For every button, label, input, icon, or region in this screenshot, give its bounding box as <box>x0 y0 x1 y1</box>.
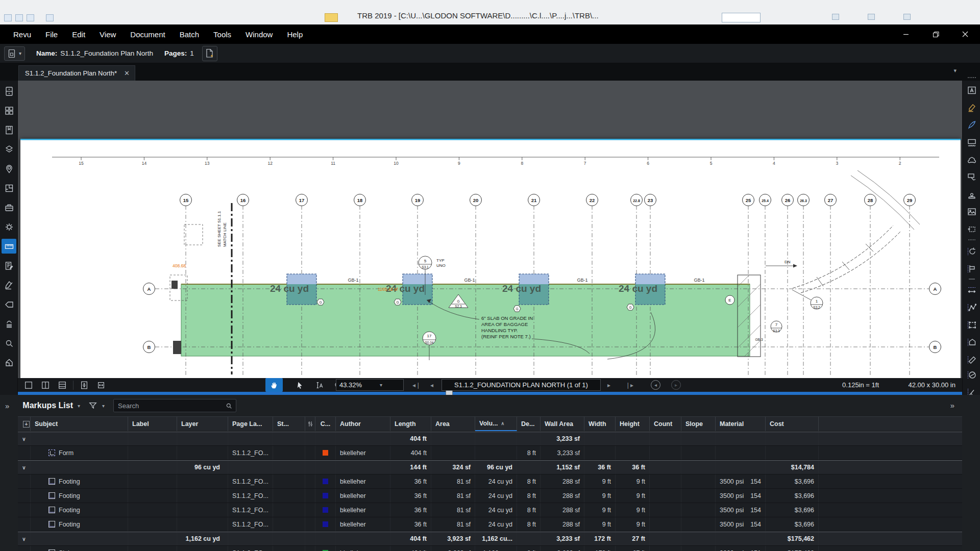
table-row[interactable]: ∨ Footing S1.1.2_FO... bkelleher 36 ft 8… <box>18 517 962 532</box>
text-box-tool-icon[interactable] <box>964 83 979 97</box>
search-input[interactable] <box>114 402 225 410</box>
previous-view-button[interactable]: ◂ <box>651 380 660 390</box>
column-status[interactable]: St... <box>273 417 305 431</box>
collapse-group-icon[interactable]: ∨ <box>22 465 26 470</box>
table-row[interactable]: ∨ Footing S1.1.2_FO... bkelleher 36 ft 8… <box>18 474 962 489</box>
column-depth[interactable]: De... <box>517 417 541 431</box>
table-row[interactable]: ∨ Form S1.1.2_FO... bkelleher 404 ft 8 f… <box>18 446 962 460</box>
fit-page-icon[interactable] <box>78 380 90 391</box>
column-subject[interactable]: Subject <box>31 417 128 431</box>
select-text-button[interactable] <box>313 380 326 391</box>
table-row[interactable]: ∨ 1,162 cu yd 404 ft 3,923 sf 1,162 cu..… <box>18 532 962 546</box>
single-page-view-icon[interactable] <box>22 380 35 391</box>
collapse-panel-icon[interactable]: » <box>950 401 954 410</box>
split-vertical-icon[interactable] <box>39 380 52 391</box>
add-page-button[interactable] <box>202 46 217 61</box>
menu-view[interactable]: View <box>92 24 123 44</box>
table-row[interactable]: ∨ Footing S1.1.2_FO... bkelleher 36 ft 8… <box>18 489 962 503</box>
restore-button[interactable] <box>921 24 950 44</box>
column-layer[interactable]: Layer <box>177 417 228 431</box>
search-icon[interactable] <box>225 402 233 410</box>
measurements-icon[interactable] <box>2 239 16 254</box>
3d-model-icon[interactable] <box>2 355 16 370</box>
expand-panel-icon[interactable]: » <box>5 402 9 410</box>
column-author[interactable]: Author <box>336 417 390 431</box>
image-tool-icon[interactable] <box>964 204 979 219</box>
collapse-group-icon[interactable]: ∨ <box>22 536 26 542</box>
last-page-button[interactable]: ❘▸ <box>625 382 633 389</box>
pan-tool-button[interactable] <box>265 378 283 392</box>
table-row[interactable]: ∨ Footing S1.1.2_FO... bkelleher 36 ft 8… <box>18 503 962 517</box>
minimize-button[interactable] <box>891 24 921 44</box>
page-label-field[interactable]: S1.1.2_FOUNDATION PLAN NORTH (1 of 1) <box>442 379 601 391</box>
places-icon[interactable] <box>2 161 16 176</box>
column-cost[interactable]: Cost <box>766 417 819 431</box>
table-row[interactable]: ∨ Slab S1.1.2_FO... bkelleher 404 ft 3,9… <box>18 546 962 551</box>
menu-edit[interactable]: Edit <box>65 24 92 44</box>
zoom-level-input[interactable]: 43.32% ▾ <box>336 379 404 391</box>
column-label[interactable]: Label <box>128 417 177 431</box>
column-length[interactable]: Length <box>390 417 431 431</box>
area-slant-measure-icon[interactable] <box>964 352 979 367</box>
bookmarks-icon[interactable] <box>2 122 16 137</box>
next-view-button[interactable]: ▸ <box>671 380 681 390</box>
pdf-sheet[interactable]: 15141312111098765432151617181920212222.8… <box>20 139 961 378</box>
expand-all-icon[interactable]: + <box>23 421 30 428</box>
table-row[interactable]: ∨ 404 ft 3,233 sf <box>18 432 962 446</box>
area-measure-icon[interactable] <box>964 335 979 349</box>
column-slope[interactable]: Slope <box>681 417 716 431</box>
tool-chest-icon[interactable] <box>2 200 16 215</box>
document-menu-button[interactable]: ▾ <box>4 46 25 61</box>
close-button[interactable] <box>950 24 980 44</box>
column-count[interactable]: Count <box>650 417 681 431</box>
next-page-button[interactable]: ▸ <box>607 382 610 389</box>
column-height[interactable]: Height <box>616 417 650 431</box>
column-volume[interactable]: Volu...∧ <box>475 417 517 431</box>
markup-summary-icon[interactable] <box>2 258 16 273</box>
collapse-group-icon[interactable]: ∨ <box>22 436 26 442</box>
menu-file[interactable]: File <box>38 24 65 44</box>
first-page-button[interactable]: ◂❘ <box>412 382 421 389</box>
column-width[interactable]: Width <box>584 417 616 431</box>
length-measure-icon[interactable] <box>964 283 979 297</box>
chevron-down-icon[interactable]: ▾ <box>78 403 80 409</box>
stamp-tool-icon[interactable] <box>964 187 979 202</box>
perimeter-measure-icon[interactable] <box>964 317 979 332</box>
menu-window[interactable]: Window <box>238 24 280 44</box>
tab-list-chevron-icon[interactable]: ▾ <box>953 67 957 74</box>
settings-gear-icon[interactable] <box>2 219 16 234</box>
menu-tools[interactable]: Tools <box>206 24 238 44</box>
select-tool-button[interactable] <box>294 380 306 391</box>
layers-icon[interactable] <box>2 142 16 157</box>
menu-help[interactable]: Help <box>280 24 310 44</box>
menu-batch[interactable]: Batch <box>173 24 206 44</box>
previous-page-button[interactable]: ◂ <box>430 382 433 389</box>
highlighter-tool-icon[interactable] <box>964 100 979 115</box>
calibrate-measure-icon[interactable] <box>964 244 979 259</box>
column-material[interactable]: Material <box>716 417 766 431</box>
fit-width-icon[interactable] <box>95 380 107 391</box>
column-wall-area[interactable]: Wall Area <box>541 417 584 431</box>
diameter-measure-icon[interactable] <box>964 367 979 382</box>
snapshot-tool-icon[interactable] <box>964 221 979 236</box>
flatten-icon[interactable] <box>2 316 16 331</box>
polylength-measure-icon[interactable] <box>964 300 979 315</box>
adjust-columns-icon[interactable] <box>305 417 315 431</box>
eraser-icon[interactable] <box>2 297 16 312</box>
filter-icon[interactable] <box>88 401 97 410</box>
column-area[interactable]: Area <box>431 417 475 431</box>
menu-revu[interactable]: Revu <box>6 24 38 44</box>
column-page-label[interactable]: Page La... <box>228 417 273 431</box>
table-row[interactable]: ∨ 96 cu yd 144 ft 324 sf 96 cu yd 1,152 … <box>18 460 962 474</box>
spaces-icon[interactable] <box>2 181 16 195</box>
document-viewer[interactable]: 15141312111098765432151617181920212222.8… <box>18 81 962 378</box>
chevron-down-icon[interactable]: ▾ <box>102 403 105 409</box>
cloud-rectangle-tool-icon[interactable] <box>964 135 979 149</box>
split-horizontal-icon[interactable] <box>56 380 68 391</box>
callout-tool-icon[interactable] <box>964 169 979 184</box>
menu-document[interactable]: Document <box>123 24 172 44</box>
search-panel-icon[interactable] <box>2 336 16 350</box>
pen-tool-icon[interactable] <box>964 117 979 132</box>
tab-foundation-plan[interactable]: S1.1.2_Foundation Plan North* ✕ <box>18 65 135 81</box>
tab-close-icon[interactable]: ✕ <box>124 69 130 77</box>
